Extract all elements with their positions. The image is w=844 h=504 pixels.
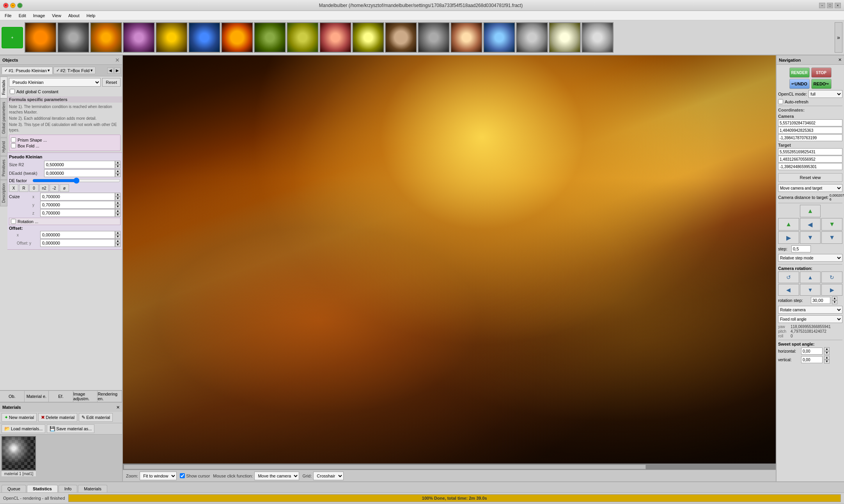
rot-down-btn[interactable]: ▼ (800, 284, 821, 296)
thumb-13[interactable] (418, 22, 450, 53)
rotate-mode-dropdown[interactable]: Rotate camera (778, 306, 842, 314)
horiz-down[interactable]: ▼ (824, 351, 830, 355)
thumb-9[interactable] (287, 22, 319, 53)
tab-queue[interactable]: Queue (2, 485, 26, 492)
horiz-up[interactable]: ▲ (824, 347, 830, 351)
thumb-10[interactable] (319, 22, 351, 53)
add-c-constant-checkbox[interactable] (10, 89, 15, 94)
rotation-checkbox[interactable] (11, 219, 16, 224)
formula-tab-1[interactable]: ✓ #1: Pseudo Kleinian ▾ (2, 67, 53, 74)
rot-step-input[interactable] (811, 297, 830, 304)
rot-step-down[interactable]: ▼ (832, 300, 837, 304)
deadd-spin-up[interactable]: ▲ (115, 169, 121, 173)
thumb-12[interactable] (385, 22, 417, 53)
thumb-2[interactable] (57, 22, 89, 53)
show-cursor-checkbox[interactable] (180, 473, 185, 478)
nav-zoom-in-btn[interactable]: ▲ (778, 218, 799, 231)
step-input[interactable] (791, 245, 811, 252)
edit-material-button[interactable]: ✎ Edit material (79, 413, 113, 422)
autorefresh-checkbox[interactable] (778, 99, 783, 104)
menu-image[interactable]: Image (30, 12, 48, 19)
material-item-1[interactable]: material 1 [mat1] (2, 436, 36, 480)
vtab-primitives[interactable]: Primitives (0, 156, 7, 180)
tab-nav-right[interactable]: ▶ (114, 67, 121, 74)
de-factor-slider[interactable] (32, 178, 121, 183)
lp-tab-material[interactable]: Material e. (25, 391, 49, 402)
grid-dropdown[interactable]: Crosshair (313, 472, 344, 480)
transform-m2-btn[interactable]: -2 (50, 184, 59, 192)
thumb-11[interactable] (352, 22, 384, 53)
vertical-input[interactable] (801, 356, 823, 363)
transform-n2-btn[interactable]: n2 (39, 184, 49, 192)
nav-left-btn[interactable]: ◀ (800, 218, 821, 231)
opencl-dropdown[interactable]: full (809, 90, 842, 98)
move-mode-dropdown[interactable]: Move camera and target (778, 184, 842, 192)
csize-z-input[interactable] (40, 209, 115, 217)
thumb-15[interactable] (483, 22, 515, 53)
vtab-fractals[interactable]: Fractals (0, 76, 7, 98)
vtab-description[interactable]: Description (0, 180, 7, 206)
target-z-input[interactable] (778, 163, 842, 170)
save-material-button[interactable]: 💾 Save material as... (47, 424, 94, 433)
formula-dropdown[interactable]: Pseudo Kleinian (9, 78, 101, 87)
thumb-4[interactable] (123, 22, 155, 53)
box-fold-checkbox[interactable] (11, 143, 16, 148)
tab-info[interactable]: Info (59, 485, 77, 492)
load-materials-button[interactable]: 📂 Load materials... (2, 424, 45, 433)
mouse-func-dropdown[interactable]: Move the camera (254, 472, 299, 480)
close-button[interactable]: × (3, 3, 9, 8)
navigation-close-button[interactable]: ✕ (838, 57, 842, 62)
rot-ccw-btn[interactable]: ↺ (778, 272, 799, 283)
offset-y-spin-down[interactable]: ▼ (115, 243, 121, 247)
prism-shape-checkbox[interactable] (11, 137, 16, 142)
csize-y-spin-up[interactable]: ▲ (115, 201, 121, 205)
redo-button[interactable]: REDO ↪ (811, 79, 832, 89)
menu-view[interactable]: View (49, 12, 64, 19)
thumb-5[interactable] (156, 22, 188, 53)
transform-x-btn[interactable]: X (9, 184, 18, 192)
camera-z-input[interactable] (778, 134, 842, 141)
more-thumbs-button[interactable]: » (835, 22, 842, 53)
step-mode-dropdown[interactable]: Relative step mode (778, 254, 842, 262)
size-r2-spin-down[interactable]: ▼ (115, 165, 121, 169)
formula-tab-2[interactable]: ✓ #2: T>Box Fold ▾ (53, 67, 96, 74)
undo-button[interactable]: ↩ UNDO (789, 79, 810, 89)
prism-shape-label[interactable]: Prism Shape ... (18, 138, 47, 142)
delete-material-button[interactable]: ✖ Delete material (38, 413, 77, 422)
csize-z-spin-up[interactable]: ▲ (115, 209, 121, 213)
transform-r-btn[interactable]: R (19, 184, 28, 192)
transform-0-btn[interactable]: 0 (29, 184, 39, 192)
menu-edit[interactable]: Edit (16, 12, 29, 19)
deadd-spin-down[interactable]: ▼ (115, 173, 121, 177)
nav-zoom-out-btn[interactable]: ▼ (800, 231, 821, 244)
viewport-3d[interactable] (123, 55, 776, 463)
maximize-button[interactable]: □ (17, 3, 23, 8)
lp-tab-ob[interactable]: Ob. (0, 391, 25, 402)
tab-statistics[interactable]: Statistics (27, 485, 58, 492)
new-material-button[interactable]: ✦ New material (2, 413, 37, 422)
tab-materials[interactable]: Materials (78, 485, 107, 492)
hscroll-thumb[interactable] (124, 465, 646, 469)
nav-down-green-btn[interactable]: ▼ (821, 218, 842, 231)
stop-button[interactable]: STOP (811, 67, 832, 78)
titlebar-ctrl-1[interactable]: − (819, 3, 825, 8)
rot-left-btn[interactable]: ◀ (778, 284, 799, 296)
nav-right-btn[interactable]: ▶ (778, 231, 799, 244)
titlebar-ctrl-2[interactable]: □ (827, 3, 833, 8)
minimize-button[interactable]: − (10, 3, 16, 8)
target-x-input[interactable] (778, 148, 842, 155)
transform-phi-btn[interactable]: ø (60, 184, 69, 192)
thumb-16[interactable] (516, 22, 548, 53)
vtab-hybrid[interactable]: Hybrid (0, 138, 7, 156)
box-fold-label[interactable]: Box Fold ... (18, 144, 39, 148)
formula-reset-button[interactable]: Reset (102, 78, 121, 87)
vert-down[interactable]: ▼ (824, 360, 830, 364)
rot-up-btn[interactable]: ▲ (800, 272, 821, 283)
vert-up[interactable]: ▲ (824, 356, 830, 360)
thumb-6[interactable] (188, 22, 220, 53)
nav-up-btn[interactable]: ▲ (800, 205, 821, 217)
nav-down-btn[interactable]: ▼ (821, 231, 842, 244)
camera-x-input[interactable] (778, 119, 842, 126)
menu-help[interactable]: Help (83, 12, 99, 19)
thumb-17[interactable] (549, 22, 581, 53)
